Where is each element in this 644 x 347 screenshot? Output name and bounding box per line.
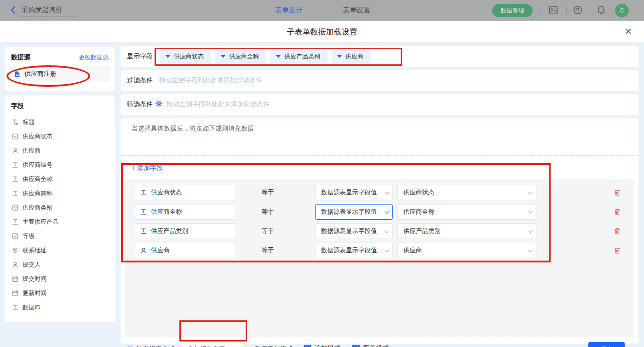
rule-field-label: 供应商状态 [151, 188, 182, 197]
divider [591, 6, 591, 14]
tab-form-settings[interactable]: 表单设置 [343, 6, 370, 15]
rule-target-select[interactable]: 供应商状态 [397, 185, 536, 200]
select-value: 供应商 [403, 246, 422, 255]
add-field-button[interactable]: + 添加字段 [132, 164, 163, 172]
field-item[interactable]: 等级 [5, 229, 115, 243]
chevron-down-icon [385, 248, 389, 252]
chevron-down-icon [385, 209, 389, 214]
checkbox-checked-icon [304, 345, 311, 347]
rule-hint-text: 当选择具体数据后，将按如下规则填充数据 [132, 125, 254, 133]
form-file-icon [14, 71, 21, 78]
fill-rules-card: 当选择具体数据后，将按如下规则填充数据 + 添加字段 供应商状态 等于 数据源表… [121, 118, 638, 344]
form-title[interactable]: 采购发起询价 [21, 6, 75, 17]
select-icon [12, 133, 18, 140]
rule-field-box[interactable]: 供应商状态 [135, 185, 236, 200]
chevron-down-icon [528, 228, 533, 233]
rule-row: 供应产品类别 等于 数据源表显示字段值 供应产品类别 [135, 223, 634, 239]
rule-field-box[interactable]: 供应商 [135, 243, 236, 258]
field-item[interactable]: 联系地址 [5, 243, 115, 257]
data-manage-button[interactable]: 数据管理 [492, 4, 533, 17]
display-field-tag[interactable]: 供应商全称 [215, 50, 266, 63]
overwrite-mode-checkbox[interactable]: 覆盖模式 [352, 344, 389, 347]
select-icon [12, 205, 18, 211]
avatar[interactable]: C [615, 4, 629, 17]
chevron-down-icon [528, 248, 533, 252]
checkbox-label: 追加模式 [315, 344, 340, 347]
screen-condition-row[interactable]: 筛选条件 拖动左侧字段到此处来添加筛选条件 [121, 94, 638, 115]
text-icon [12, 219, 18, 225]
display-field-tag[interactable]: 供应商 [332, 50, 371, 63]
rule-source-select[interactable]: 数据源表显示字段值 [315, 185, 393, 200]
date-icon [12, 276, 18, 282]
help-icon[interactable] [573, 6, 582, 15]
chevron-down-icon [221, 55, 225, 58]
rule-source-select[interactable]: 数据源表显示字段值 [315, 204, 393, 220]
field-label: 标题 [23, 118, 34, 126]
back-icon[interactable] [9, 6, 17, 14]
display-field-tag[interactable]: 供应产品类别 [270, 50, 328, 63]
delete-rule-icon[interactable] [614, 189, 621, 196]
close-icon[interactable]: ✕ [625, 26, 632, 37]
gear-icon[interactable] [155, 100, 162, 107]
field-label: 供应商全称 [23, 175, 52, 183]
save-button[interactable]: 保存 [588, 342, 625, 347]
user-icon [12, 262, 18, 268]
chevron-down-icon [528, 209, 533, 214]
field-item[interactable]: 主要供应产品 [5, 215, 115, 229]
field-item[interactable]: 标题 [5, 115, 115, 129]
help-icon[interactable] [126, 345, 133, 347]
field-item[interactable]: 更新时间 [5, 286, 115, 300]
date-icon [12, 290, 18, 296]
delete-rule-icon[interactable] [614, 247, 621, 254]
field-item[interactable]: 供应商简称 [5, 186, 115, 200]
field-item[interactable]: 供应商编号 [5, 158, 115, 172]
change-datasource-link[interactable]: 更改数据源 [79, 53, 109, 62]
tag-label: 供应商 [345, 52, 363, 61]
text-icon [12, 304, 18, 311]
dialog-title: 子表单数据加载设置 [0, 27, 644, 37]
delete-rule-icon[interactable] [614, 208, 621, 216]
rule-field-box[interactable]: 供应商全称 [135, 204, 236, 220]
select-icon [12, 233, 18, 239]
chevron-down-icon [276, 55, 281, 58]
text-icon [12, 176, 18, 182]
field-item[interactable]: 供应商 [5, 143, 115, 158]
text-icon [140, 189, 147, 196]
rule-source-select[interactable]: 数据源表显示字段值 [315, 243, 393, 258]
append-mode-checkbox[interactable]: 追加模式 [304, 344, 340, 347]
field-label: 联系地址 [23, 246, 46, 255]
rule-target-select[interactable]: 供应商全称 [397, 204, 536, 220]
field-label: 等级 [23, 232, 34, 240]
tab-form-design[interactable]: 表单设计 [275, 6, 303, 15]
rule-row: 供应商状态 等于 数据源表显示字段值 供应商状态 [135, 185, 634, 200]
filter-condition-row[interactable]: 过滤条件 拖动左侧字段到此处来添加过滤条件 [121, 70, 638, 91]
field-item[interactable]: 供应商状态 [5, 129, 115, 143]
select-value: 数据源表显示字段值 [321, 188, 377, 197]
field-item[interactable]: 供应商类别 [5, 200, 115, 215]
rule-target-select[interactable]: 供应产品类别 [397, 223, 536, 239]
checkbox-label: 覆盖模式 [363, 344, 389, 347]
formula-select[interactable]: 参与报价供应... [182, 341, 245, 347]
select-value: 数据源表显示字段值 [321, 246, 377, 255]
checkbox-checked-icon [352, 345, 360, 347]
rule-source-select[interactable]: 数据源表显示字段值 [315, 223, 393, 239]
rule-target-select[interactable]: 供应商 [397, 243, 536, 258]
rule-row: 供应商全称 等于 数据源表显示字段值 供应商全称 [135, 204, 634, 220]
delete-rule-icon[interactable] [614, 228, 621, 235]
field-item[interactable]: 供应商全称 [5, 172, 115, 186]
translate-icon[interactable] [548, 5, 558, 15]
datasource-item[interactable]: 供应商注册 [9, 66, 110, 82]
display-field-tag[interactable]: 供应商状态 [160, 50, 211, 63]
display-fields-row: 显示字段 供应商状态 供应商全称 供应产品类别 供应商 [121, 46, 638, 67]
field-item[interactable]: 提交人 [5, 257, 115, 272]
tag-label: 供应商状态 [174, 52, 204, 61]
text-icon [140, 209, 147, 215]
screen-placeholder: 拖动左侧字段到此处来添加筛选条件 [167, 100, 270, 108]
rule-field-box[interactable]: 供应产品类别 [135, 223, 236, 239]
select-value: 参与报价供应... [188, 345, 230, 347]
field-item[interactable]: 提交时间 [5, 272, 115, 286]
datasource-panel-title: 数据源 [11, 53, 30, 62]
bell-icon[interactable] [596, 5, 606, 15]
operator-label: 等于 [261, 208, 301, 216]
field-item[interactable]: 数据ID [5, 300, 115, 314]
